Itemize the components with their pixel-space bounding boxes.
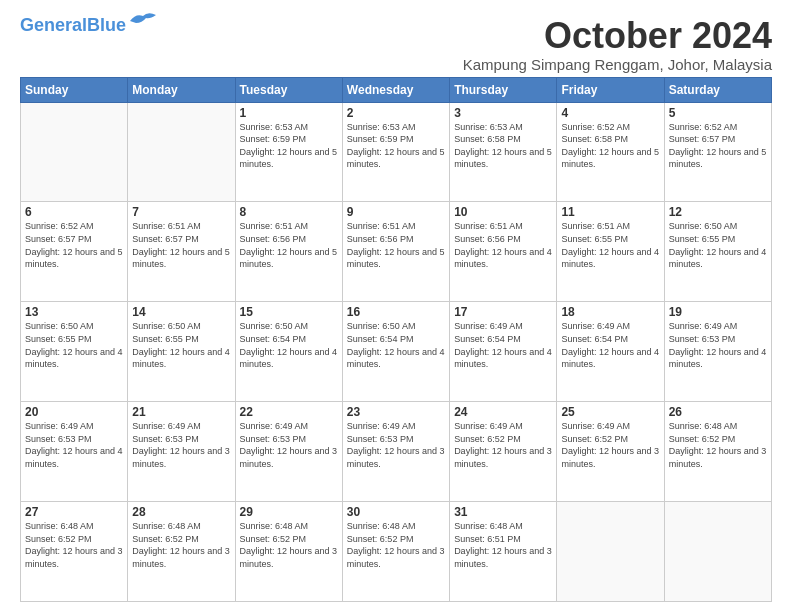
day-info: Sunrise: 6:49 AM Sunset: 6:53 PM Dayligh… xyxy=(25,420,123,470)
calendar-day-cell: 28Sunrise: 6:48 AM Sunset: 6:52 PM Dayli… xyxy=(128,502,235,602)
day-number: 30 xyxy=(347,505,445,519)
calendar-day-cell: 16Sunrise: 6:50 AM Sunset: 6:54 PM Dayli… xyxy=(342,302,449,402)
day-info: Sunrise: 6:49 AM Sunset: 6:54 PM Dayligh… xyxy=(561,320,659,370)
calendar-day-cell: 10Sunrise: 6:51 AM Sunset: 6:56 PM Dayli… xyxy=(450,202,557,302)
day-info: Sunrise: 6:48 AM Sunset: 6:52 PM Dayligh… xyxy=(132,520,230,570)
day-number: 5 xyxy=(669,106,767,120)
day-info: Sunrise: 6:53 AM Sunset: 6:59 PM Dayligh… xyxy=(347,121,445,171)
day-info: Sunrise: 6:48 AM Sunset: 6:52 PM Dayligh… xyxy=(669,420,767,470)
day-number: 13 xyxy=(25,305,123,319)
calendar-day-cell: 2Sunrise: 6:53 AM Sunset: 6:59 PM Daylig… xyxy=(342,102,449,202)
calendar-week-row: 6Sunrise: 6:52 AM Sunset: 6:57 PM Daylig… xyxy=(21,202,772,302)
day-number: 18 xyxy=(561,305,659,319)
weekday-header-cell: Tuesday xyxy=(235,77,342,102)
day-number: 28 xyxy=(132,505,230,519)
day-info: Sunrise: 6:53 AM Sunset: 6:58 PM Dayligh… xyxy=(454,121,552,171)
day-number: 6 xyxy=(25,205,123,219)
day-info: Sunrise: 6:49 AM Sunset: 6:54 PM Dayligh… xyxy=(454,320,552,370)
day-number: 26 xyxy=(669,405,767,419)
weekday-header-cell: Sunday xyxy=(21,77,128,102)
location-title: Kampung Simpang Renggam, Johor, Malaysia xyxy=(463,56,772,73)
day-info: Sunrise: 6:49 AM Sunset: 6:52 PM Dayligh… xyxy=(561,420,659,470)
day-info: Sunrise: 6:51 AM Sunset: 6:56 PM Dayligh… xyxy=(454,220,552,270)
calendar-day-cell: 23Sunrise: 6:49 AM Sunset: 6:53 PM Dayli… xyxy=(342,402,449,502)
day-number: 9 xyxy=(347,205,445,219)
calendar-week-row: 13Sunrise: 6:50 AM Sunset: 6:55 PM Dayli… xyxy=(21,302,772,402)
header: GeneralBlue October 2024 Kampung Simpang… xyxy=(20,16,772,73)
calendar-day-cell: 7Sunrise: 6:51 AM Sunset: 6:57 PM Daylig… xyxy=(128,202,235,302)
calendar-day-cell: 12Sunrise: 6:50 AM Sunset: 6:55 PM Dayli… xyxy=(664,202,771,302)
calendar-table: SundayMondayTuesdayWednesdayThursdayFrid… xyxy=(20,77,772,602)
day-info: Sunrise: 6:51 AM Sunset: 6:56 PM Dayligh… xyxy=(240,220,338,270)
day-info: Sunrise: 6:51 AM Sunset: 6:57 PM Dayligh… xyxy=(132,220,230,270)
calendar-day-cell: 17Sunrise: 6:49 AM Sunset: 6:54 PM Dayli… xyxy=(450,302,557,402)
title-section: October 2024 Kampung Simpang Renggam, Jo… xyxy=(463,16,772,73)
day-info: Sunrise: 6:52 AM Sunset: 6:58 PM Dayligh… xyxy=(561,121,659,171)
calendar-week-row: 27Sunrise: 6:48 AM Sunset: 6:52 PM Dayli… xyxy=(21,502,772,602)
weekday-header-row: SundayMondayTuesdayWednesdayThursdayFrid… xyxy=(21,77,772,102)
calendar-day-cell: 20Sunrise: 6:49 AM Sunset: 6:53 PM Dayli… xyxy=(21,402,128,502)
day-info: Sunrise: 6:49 AM Sunset: 6:53 PM Dayligh… xyxy=(132,420,230,470)
day-number: 1 xyxy=(240,106,338,120)
logo: GeneralBlue xyxy=(20,16,158,34)
day-number: 27 xyxy=(25,505,123,519)
calendar-day-cell: 13Sunrise: 6:50 AM Sunset: 6:55 PM Dayli… xyxy=(21,302,128,402)
day-info: Sunrise: 6:51 AM Sunset: 6:55 PM Dayligh… xyxy=(561,220,659,270)
day-number: 21 xyxy=(132,405,230,419)
logo-bird-icon xyxy=(128,11,158,31)
day-number: 12 xyxy=(669,205,767,219)
day-number: 11 xyxy=(561,205,659,219)
calendar-day-cell: 31Sunrise: 6:48 AM Sunset: 6:51 PM Dayli… xyxy=(450,502,557,602)
calendar-day-cell: 27Sunrise: 6:48 AM Sunset: 6:52 PM Dayli… xyxy=(21,502,128,602)
day-number: 15 xyxy=(240,305,338,319)
day-info: Sunrise: 6:50 AM Sunset: 6:55 PM Dayligh… xyxy=(132,320,230,370)
day-info: Sunrise: 6:49 AM Sunset: 6:53 PM Dayligh… xyxy=(669,320,767,370)
logo-blue: Blue xyxy=(87,15,126,35)
logo-general: General xyxy=(20,15,87,35)
calendar-week-row: 1Sunrise: 6:53 AM Sunset: 6:59 PM Daylig… xyxy=(21,102,772,202)
calendar-week-row: 20Sunrise: 6:49 AM Sunset: 6:53 PM Dayli… xyxy=(21,402,772,502)
day-number: 4 xyxy=(561,106,659,120)
calendar-day-cell: 30Sunrise: 6:48 AM Sunset: 6:52 PM Dayli… xyxy=(342,502,449,602)
weekday-header-cell: Thursday xyxy=(450,77,557,102)
calendar-day-cell: 29Sunrise: 6:48 AM Sunset: 6:52 PM Dayli… xyxy=(235,502,342,602)
weekday-header-cell: Saturday xyxy=(664,77,771,102)
calendar-day-cell xyxy=(128,102,235,202)
calendar-day-cell: 5Sunrise: 6:52 AM Sunset: 6:57 PM Daylig… xyxy=(664,102,771,202)
day-number: 14 xyxy=(132,305,230,319)
day-number: 7 xyxy=(132,205,230,219)
weekday-header-cell: Wednesday xyxy=(342,77,449,102)
day-info: Sunrise: 6:48 AM Sunset: 6:52 PM Dayligh… xyxy=(240,520,338,570)
day-number: 24 xyxy=(454,405,552,419)
calendar-day-cell: 11Sunrise: 6:51 AM Sunset: 6:55 PM Dayli… xyxy=(557,202,664,302)
calendar-day-cell: 18Sunrise: 6:49 AM Sunset: 6:54 PM Dayli… xyxy=(557,302,664,402)
calendar-day-cell: 3Sunrise: 6:53 AM Sunset: 6:58 PM Daylig… xyxy=(450,102,557,202)
day-info: Sunrise: 6:49 AM Sunset: 6:53 PM Dayligh… xyxy=(347,420,445,470)
calendar-day-cell: 14Sunrise: 6:50 AM Sunset: 6:55 PM Dayli… xyxy=(128,302,235,402)
day-number: 29 xyxy=(240,505,338,519)
day-info: Sunrise: 6:50 AM Sunset: 6:55 PM Dayligh… xyxy=(669,220,767,270)
weekday-header-cell: Monday xyxy=(128,77,235,102)
day-info: Sunrise: 6:53 AM Sunset: 6:59 PM Dayligh… xyxy=(240,121,338,171)
page: GeneralBlue October 2024 Kampung Simpang… xyxy=(0,0,792,612)
weekday-header-cell: Friday xyxy=(557,77,664,102)
calendar-day-cell: 9Sunrise: 6:51 AM Sunset: 6:56 PM Daylig… xyxy=(342,202,449,302)
calendar-day-cell xyxy=(557,502,664,602)
calendar-body: 1Sunrise: 6:53 AM Sunset: 6:59 PM Daylig… xyxy=(21,102,772,601)
logo-text: GeneralBlue xyxy=(20,16,126,34)
calendar-day-cell xyxy=(664,502,771,602)
calendar-day-cell: 15Sunrise: 6:50 AM Sunset: 6:54 PM Dayli… xyxy=(235,302,342,402)
calendar-day-cell xyxy=(21,102,128,202)
day-number: 3 xyxy=(454,106,552,120)
day-info: Sunrise: 6:52 AM Sunset: 6:57 PM Dayligh… xyxy=(25,220,123,270)
calendar-day-cell: 26Sunrise: 6:48 AM Sunset: 6:52 PM Dayli… xyxy=(664,402,771,502)
day-number: 8 xyxy=(240,205,338,219)
calendar-day-cell: 22Sunrise: 6:49 AM Sunset: 6:53 PM Dayli… xyxy=(235,402,342,502)
day-info: Sunrise: 6:48 AM Sunset: 6:52 PM Dayligh… xyxy=(25,520,123,570)
calendar-day-cell: 21Sunrise: 6:49 AM Sunset: 6:53 PM Dayli… xyxy=(128,402,235,502)
day-number: 10 xyxy=(454,205,552,219)
month-title: October 2024 xyxy=(463,16,772,56)
day-info: Sunrise: 6:48 AM Sunset: 6:52 PM Dayligh… xyxy=(347,520,445,570)
day-number: 20 xyxy=(25,405,123,419)
day-info: Sunrise: 6:50 AM Sunset: 6:55 PM Dayligh… xyxy=(25,320,123,370)
